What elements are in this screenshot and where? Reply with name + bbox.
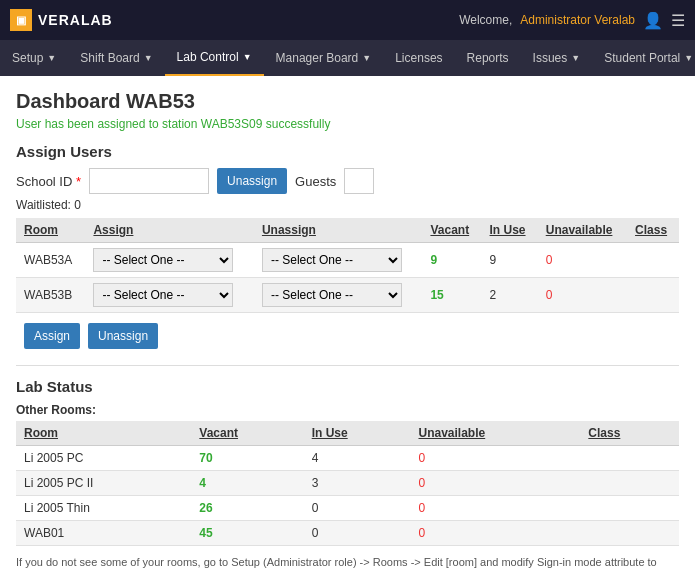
unassign-select-cell[interactable]: -- Select One -- bbox=[254, 243, 423, 278]
ls-col-class: Class bbox=[580, 421, 679, 446]
welcome-text: Welcome, bbox=[459, 13, 512, 27]
assign-table-header-row: Room Assign Unassign Vacant In Use Unava… bbox=[16, 218, 679, 243]
student-caret: ▼ bbox=[684, 53, 693, 63]
ls-vacant-cell: 70 bbox=[191, 446, 303, 471]
assign-button[interactable]: Assign bbox=[24, 323, 80, 349]
unassign-select-cell[interactable]: -- Select One -- bbox=[254, 278, 423, 313]
shift-caret: ▼ bbox=[144, 53, 153, 63]
ls-in-use-cell: 4 bbox=[304, 446, 411, 471]
header-icons: 👤 ☰ bbox=[643, 11, 685, 30]
lab-status-row: Li 2005 PC 70 4 0 bbox=[16, 446, 679, 471]
vacant-cell: 9 bbox=[422, 243, 481, 278]
lab-status-row: WAB01 45 0 0 bbox=[16, 521, 679, 546]
ls-in-use-cell: 0 bbox=[304, 496, 411, 521]
lab-caret: ▼ bbox=[243, 52, 252, 62]
person-icon[interactable]: 👤 bbox=[643, 11, 663, 30]
required-star: * bbox=[76, 174, 81, 189]
school-id-input[interactable] bbox=[89, 168, 209, 194]
ls-col-unavailable: Unavailable bbox=[410, 421, 580, 446]
divider-1 bbox=[16, 365, 679, 366]
success-message: User has been assigned to station WAB53S… bbox=[16, 117, 679, 131]
assign-table-row: WAB53A -- Select One -- -- Select One --… bbox=[16, 243, 679, 278]
assign-select-cell[interactable]: -- Select One -- bbox=[85, 278, 254, 313]
col-assign: Assign bbox=[85, 218, 254, 243]
logo: ▣ VERALAB bbox=[10, 9, 113, 31]
page-title: Dashboard WAB53 bbox=[16, 90, 679, 113]
nav-student-portal[interactable]: Student Portal ▼ bbox=[592, 40, 695, 76]
ls-unavailable-cell: 0 bbox=[410, 496, 580, 521]
ls-unavailable-cell: 0 bbox=[410, 471, 580, 496]
ls-room-cell: Li 2005 PC II bbox=[16, 471, 191, 496]
ls-room-cell: Li 2005 PC bbox=[16, 446, 191, 471]
nav-issues[interactable]: Issues ▼ bbox=[521, 40, 593, 76]
vacant-cell: 15 bbox=[422, 278, 481, 313]
unassign-select[interactable]: -- Select One -- bbox=[262, 283, 402, 307]
assign-users-title: Assign Users bbox=[16, 143, 679, 160]
main-content: Dashboard WAB53 User has been assigned t… bbox=[0, 76, 695, 569]
col-vacant: Vacant bbox=[422, 218, 481, 243]
admin-name: Administrator Veralab bbox=[520, 13, 635, 27]
unassign-button[interactable]: Unassign bbox=[88, 323, 158, 349]
assign-select-cell[interactable]: -- Select One -- bbox=[85, 243, 254, 278]
lab-status-row: Li 2005 Thin 26 0 0 bbox=[16, 496, 679, 521]
ls-in-use-cell: 3 bbox=[304, 471, 411, 496]
in-use-cell: 9 bbox=[482, 243, 538, 278]
info-text: If you do not see some of your rooms, go… bbox=[16, 556, 679, 569]
guests-label: Guests bbox=[295, 174, 336, 189]
logo-text: VERALAB bbox=[38, 12, 113, 28]
setup-caret: ▼ bbox=[47, 53, 56, 63]
room-cell: WAB53B bbox=[16, 278, 85, 313]
ls-unavailable-cell: 0 bbox=[410, 446, 580, 471]
class-cell bbox=[627, 278, 679, 313]
school-id-label: School ID * bbox=[16, 174, 81, 189]
assign-select[interactable]: -- Select One -- bbox=[93, 283, 233, 307]
assign-select[interactable]: -- Select One -- bbox=[93, 248, 233, 272]
ls-col-vacant: Vacant bbox=[191, 421, 303, 446]
assign-table: Room Assign Unassign Vacant In Use Unava… bbox=[16, 218, 679, 313]
class-cell bbox=[627, 243, 679, 278]
ls-room-cell: Li 2005 Thin bbox=[16, 496, 191, 521]
ls-col-room: Room bbox=[16, 421, 191, 446]
col-room: Room bbox=[16, 218, 85, 243]
lab-status-header-row: Room Vacant In Use Unavailable Class bbox=[16, 421, 679, 446]
lab-status-title: Lab Status bbox=[16, 378, 679, 395]
ls-unavailable-cell: 0 bbox=[410, 521, 580, 546]
room-cell: WAB53A bbox=[16, 243, 85, 278]
col-in-use: In Use bbox=[482, 218, 538, 243]
ls-vacant-cell: 4 bbox=[191, 471, 303, 496]
col-class: Class bbox=[627, 218, 679, 243]
ls-class-cell bbox=[580, 496, 679, 521]
unassign-top-button[interactable]: Unassign bbox=[217, 168, 287, 194]
unavailable-cell: 0 bbox=[538, 278, 627, 313]
issues-caret: ▼ bbox=[571, 53, 580, 63]
in-use-cell: 2 bbox=[482, 278, 538, 313]
nav-shift-board[interactable]: Shift Board ▼ bbox=[68, 40, 164, 76]
guests-input[interactable] bbox=[344, 168, 374, 194]
col-unavailable: Unavailable bbox=[538, 218, 627, 243]
lab-status-table: Room Vacant In Use Unavailable Class Li … bbox=[16, 421, 679, 546]
assign-table-row: WAB53B -- Select One -- -- Select One --… bbox=[16, 278, 679, 313]
ls-room-cell: WAB01 bbox=[16, 521, 191, 546]
logo-icon: ▣ bbox=[10, 9, 32, 31]
nav-lab-control[interactable]: Lab Control ▼ bbox=[165, 40, 264, 76]
manager-caret: ▼ bbox=[362, 53, 371, 63]
header: ▣ VERALAB Welcome, Administrator Veralab… bbox=[0, 0, 695, 40]
nav-manager-board[interactable]: Manager Board ▼ bbox=[264, 40, 384, 76]
ls-class-cell bbox=[580, 521, 679, 546]
waitlisted-label: Waitlisted: 0 bbox=[16, 198, 679, 212]
main-nav: Setup ▼ Shift Board ▼ Lab Control ▼ Mana… bbox=[0, 40, 695, 76]
nav-setup[interactable]: Setup ▼ bbox=[0, 40, 68, 76]
ls-in-use-cell: 0 bbox=[304, 521, 411, 546]
nav-reports[interactable]: Reports bbox=[455, 40, 521, 76]
unassign-select[interactable]: -- Select One -- bbox=[262, 248, 402, 272]
menu-icon[interactable]: ☰ bbox=[671, 11, 685, 30]
col-unassign: Unassign bbox=[254, 218, 423, 243]
ls-class-cell bbox=[580, 471, 679, 496]
action-buttons: Assign Unassign bbox=[16, 323, 679, 349]
other-rooms-label: Other Rooms: bbox=[16, 403, 679, 417]
ls-vacant-cell: 26 bbox=[191, 496, 303, 521]
nav-licenses[interactable]: Licenses bbox=[383, 40, 454, 76]
unavailable-cell: 0 bbox=[538, 243, 627, 278]
ls-class-cell bbox=[580, 446, 679, 471]
ls-col-in-use: In Use bbox=[304, 421, 411, 446]
